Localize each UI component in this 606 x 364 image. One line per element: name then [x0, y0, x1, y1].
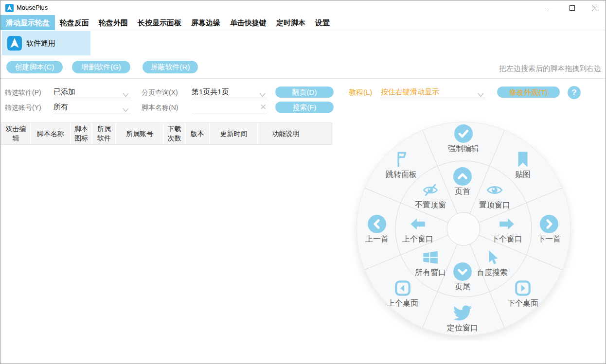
create-script-button[interactable]: 创建脚本(C): [6, 61, 63, 73]
tutorial-value: 按住右键滑动显示: [381, 87, 439, 96]
bookmark-icon: [514, 150, 532, 169]
wheel-segment-force-edit[interactable]: 强制编辑: [434, 124, 493, 154]
wheel-segment-prev-desktop[interactable]: 上个桌面: [374, 279, 432, 309]
app-logo-icon: [5, 4, 14, 12]
windows-logo-icon: [421, 248, 440, 267]
arrow-left-icon: [409, 215, 427, 233]
filter-account-value: 所有: [53, 103, 68, 111]
wheel-segment-locate-window[interactable]: 定位窗口: [433, 304, 492, 333]
col-function-desc: 功能说明: [258, 123, 332, 144]
filter-software-dropdown[interactable]: 已添加: [53, 87, 131, 98]
col-script-icon: 脚本图标: [71, 123, 93, 144]
col-version: 版本: [186, 123, 210, 144]
wheel-segment-pin-window[interactable]: 置顶窗口: [465, 181, 524, 210]
wheel-segment-all-windows[interactable]: 所有窗口: [401, 248, 460, 278]
tab-screen-edge[interactable]: 屏幕边缘: [186, 15, 225, 30]
check-circle-icon: [454, 124, 473, 143]
wheel-segment-prev-window[interactable]: 上个窗口: [389, 215, 447, 244]
chevron-down-icon: [478, 89, 484, 100]
tab-wheel-outer[interactable]: 轮盘外围: [94, 15, 133, 30]
col-update-time: 更新时间: [210, 123, 259, 144]
col-double-click-edit: 双击编辑: [1, 123, 31, 144]
eye-icon: [485, 181, 504, 199]
chevron-down-icon: [123, 104, 129, 115]
wheel-segment-unpin-window[interactable]: 不置顶窗: [401, 181, 460, 210]
eye-slash-icon: [421, 181, 440, 199]
wheel-segment-paste-image[interactable]: 贴图: [494, 150, 552, 180]
tab-settings[interactable]: 设置: [310, 15, 335, 30]
drag-hint-text: 把左边搜索后的脚本拖拽到右边: [499, 64, 601, 73]
block-software-button[interactable]: 屏蔽软件(R): [143, 61, 198, 73]
clear-input-icon[interactable]: ✕: [260, 102, 267, 113]
chevron-right-circle-icon: [540, 215, 558, 233]
section-divider: [0, 78, 606, 79]
page-query-label: 分页查询(X): [142, 87, 178, 98]
col-owner-software: 所属软件: [92, 123, 116, 144]
tab-click-hotkey[interactable]: 单击快捷键: [225, 15, 271, 30]
close-button[interactable]: [583, 0, 606, 15]
tab-timed-script[interactable]: 定时脚本: [271, 15, 310, 30]
wheel-segment-next-window[interactable]: 下个窗口: [478, 215, 536, 244]
software-item-label: 软件通用: [26, 31, 55, 55]
wheel-segment-next-desktop[interactable]: 下个桌面: [494, 279, 552, 309]
col-script-name: 脚本名称: [31, 123, 71, 144]
chevron-left-circle-icon: [368, 215, 386, 233]
script-name-input[interactable]: [192, 102, 267, 113]
tab-wheel-back[interactable]: 轮盘反面: [55, 15, 94, 30]
wheel-center: [447, 212, 480, 245]
help-icon[interactable]: ?: [568, 86, 581, 99]
page-query-value: 第1页共1页: [192, 87, 229, 96]
filter-software-value: 已添加: [53, 87, 75, 96]
app-window: MousePlus 滑动显示轮盘 轮盘反面 轮盘外围 长按显示面板 屏幕边缘 单…: [0, 0, 606, 364]
modify-appearance-button[interactable]: 修改外观(T): [497, 87, 560, 98]
tab-longpress-panel[interactable]: 长按显示面板: [133, 15, 186, 30]
search-button[interactable]: 搜索(F): [275, 102, 334, 113]
maximize-button[interactable]: [561, 0, 583, 15]
col-owner-account: 所属账号: [116, 123, 164, 144]
arrow-right-icon: [498, 215, 516, 233]
flag-icon: [392, 150, 410, 169]
wheel-segment-jump-panel[interactable]: 跳转面板: [372, 150, 430, 180]
script-name-label: 脚本名称(N): [142, 102, 178, 113]
filter-account-dropdown[interactable]: 所有: [53, 102, 131, 113]
twitter-bird-icon: [453, 304, 472, 322]
minimize-button[interactable]: [538, 0, 561, 15]
software-cursor-icon: [7, 36, 22, 51]
main-tab-bar: 滑动显示轮盘 轮盘反面 轮盘外围 长按显示面板 屏幕边缘 单击快捷键 定时脚本 …: [0, 15, 606, 30]
filter-account-label: 筛选账号(Y): [5, 102, 41, 113]
title-bar: MousePlus: [0, 0, 606, 15]
software-item-general[interactable]: 软件通用: [2, 31, 90, 55]
page-turn-button[interactable]: 翻页(D): [275, 87, 334, 98]
tutorial-dropdown[interactable]: 按住右键滑动显示: [381, 87, 486, 98]
window-title: MousePlus: [17, 0, 48, 15]
chevron-down-icon: [259, 89, 266, 100]
filter-software-label: 筛选软件(P): [5, 87, 41, 98]
script-table-header: 双击编辑 脚本名称 脚本图标 所属软件 所属账号 下载次数 版本 更新时间 功能…: [1, 122, 332, 145]
chevron-down-icon: [123, 89, 129, 100]
prev-desktop-icon: [393, 279, 412, 297]
page-query-dropdown[interactable]: 第1页共1页: [192, 87, 267, 98]
tutorial-label: 教程(L): [349, 87, 372, 98]
manage-software-button[interactable]: 增删软件(G): [72, 61, 130, 73]
col-download-count: 下载次数: [164, 123, 186, 144]
tab-slide-wheel[interactable]: 滑动显示轮盘: [0, 15, 55, 30]
next-desktop-icon: [514, 279, 532, 297]
